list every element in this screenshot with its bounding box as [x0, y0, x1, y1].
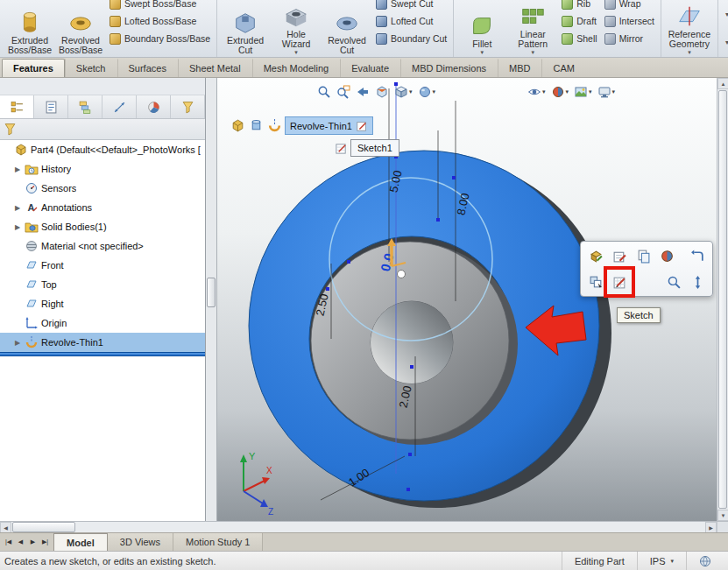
expand-arrow-icon[interactable]: ▶ — [13, 223, 22, 231]
hide-show-items-button[interactable]: ▾ — [526, 81, 548, 102]
first-tab-arrow[interactable]: |◀ — [3, 536, 14, 549]
tab-sheet-metal[interactable]: Sheet Metal — [178, 59, 252, 77]
tree-item-origin[interactable]: Origin — [0, 313, 205, 333]
model-hole[interactable] — [371, 301, 453, 384]
lofted-boss-base-button[interactable]: Lofted Boss/Base — [106, 12, 214, 30]
vertical-scrollbar-thumb[interactable] — [718, 90, 727, 509]
tab-sketch[interactable]: Sketch — [65, 59, 117, 77]
tab-surfaces[interactable]: Surfaces — [117, 59, 178, 77]
last-tab-arrow[interactable]: ▶| — [39, 536, 51, 549]
edit-sketch-button[interactable] — [610, 246, 629, 265]
edit-appearance-button[interactable]: ▾ — [549, 81, 571, 102]
display-style-button[interactable]: ▾ — [416, 81, 438, 102]
hole-wizard-button[interactable]: Hole Wizard ▾ — [271, 0, 322, 57]
reference-geometry-button[interactable]: Reference Geometry ▾ — [664, 0, 715, 57]
expand-arrow-icon[interactable]: ▶ — [13, 204, 22, 212]
dropdown-caret-icon[interactable]: ▾ — [532, 49, 535, 55]
tab-model[interactable]: Model — [53, 533, 108, 551]
dimxpert-manager-tab[interactable] — [102, 95, 137, 118]
tab-features[interactable]: Features — [2, 59, 65, 77]
tree-item-revolve-thin1[interactable]: ▶ Revolve-Thin1 — [0, 333, 205, 352]
dropdown-caret-icon[interactable]: ▾ — [409, 88, 413, 95]
sketch-button[interactable] — [610, 272, 629, 292]
filter-tab[interactable] — [171, 95, 205, 118]
select-other-button[interactable] — [586, 272, 605, 292]
dropdown-caret-icon[interactable]: ▾ — [688, 49, 691, 55]
scroll-up-arrow[interactable]: ▲ — [717, 78, 728, 89]
graphics-viewport[interactable]: 5.00 8.00 2.50 2.00 1.00 0.0 — [217, 78, 717, 521]
feature-manager-tab[interactable] — [0, 95, 34, 118]
prev-tab-arrow[interactable]: ◀ — [15, 536, 26, 549]
tab-mesh-modeling[interactable]: Mesh Modeling — [252, 59, 341, 77]
status-quick-tips[interactable] — [686, 552, 724, 570]
next-tab-arrow[interactable]: ▶ — [27, 536, 39, 549]
mirror-button[interactable]: Mirror — [601, 30, 658, 47]
expand-arrow-icon[interactable]: ▶ — [13, 339, 22, 347]
tree-item-sensors[interactable]: Sensors — [0, 179, 205, 198]
scroll-down-arrow[interactable]: ▼ — [717, 510, 728, 521]
extruded-boss-base-button[interactable]: Extruded Boss/Base — [4, 0, 55, 57]
edit-feature-button[interactable] — [586, 246, 605, 265]
vertical-scrollbar[interactable]: ▲ ▼ — [717, 78, 728, 521]
view-settings-button[interactable]: ▾ — [596, 81, 618, 102]
solid-body-icon[interactable] — [248, 117, 265, 134]
dropdown-caret-icon[interactable]: ▾ — [481, 49, 484, 55]
rollback-bar[interactable] — [0, 352, 205, 356]
tab-mbd[interactable]: MBD — [498, 59, 541, 77]
wrap-button[interactable]: Wrap — [601, 0, 658, 12]
swept-cut-button[interactable]: Swept Cut — [372, 0, 450, 12]
revolve-feature-icon[interactable] — [266, 117, 283, 134]
tree-item-material[interactable]: Material <not specified> — [0, 236, 205, 256]
apply-scene-button[interactable]: ▾ — [572, 81, 594, 102]
display-manager-tab[interactable] — [137, 95, 171, 118]
drag-handle[interactable] — [398, 271, 406, 278]
horizontal-scrollbar[interactable]: ◀ ▶ — [0, 521, 728, 532]
view-orientation-button[interactable]: ▾ — [392, 81, 414, 102]
revolved-boss-base-button[interactable]: Revolved Boss/Base — [55, 0, 106, 57]
horizontal-scrollbar-track[interactable] — [76, 522, 705, 532]
tree-item-right-plane[interactable]: Right — [0, 294, 205, 313]
lofted-cut-button[interactable]: Lofted Cut — [372, 12, 450, 30]
normal-to-button[interactable] — [688, 272, 707, 292]
zoom-fit-button[interactable] — [315, 81, 333, 102]
tab-3d-views[interactable]: 3D Views — [108, 533, 173, 551]
tree-item-history[interactable]: ▶ History — [0, 159, 205, 179]
rib-button[interactable]: Rib — [558, 0, 600, 12]
tree-item-top-plane[interactable]: Top — [0, 275, 205, 294]
dropdown-caret-icon[interactable]: ▾ — [612, 88, 616, 95]
configuration-manager-tab[interactable] — [68, 95, 102, 118]
expand-arrow-icon[interactable]: ▶ — [13, 165, 22, 173]
dropdown-caret-icon[interactable]: ▾ — [566, 88, 569, 95]
fillet-button[interactable]: Fillet ▾ — [456, 0, 507, 57]
intersect-button[interactable]: Intersect — [601, 12, 658, 30]
horizontal-scrollbar-thumb[interactable] — [12, 522, 75, 532]
breadcrumb-sketch-chip[interactable]: Sketch1 — [350, 139, 399, 157]
tab-mbd-dimensions[interactable]: MBD Dimensions — [400, 59, 498, 77]
swept-boss-base-button[interactable]: Swept Boss/Base — [106, 0, 214, 12]
draft-button[interactable]: Draft — [558, 12, 600, 30]
boundary-boss-base-button[interactable]: Boundary Boss/Base — [106, 30, 214, 47]
tree-filter-bar[interactable] — [0, 119, 205, 140]
previous-view-button[interactable] — [354, 81, 371, 102]
tree-item-annotations[interactable]: ▶ A Annotations — [0, 198, 205, 217]
zoom-to-selection-button[interactable] — [664, 272, 683, 292]
dropdown-caret-icon[interactable]: ▾ — [589, 88, 592, 95]
tab-motion-study-1[interactable]: Motion Study 1 — [173, 533, 263, 551]
shell-button[interactable]: Shell — [558, 30, 600, 47]
dropdown-caret-icon[interactable]: ▾ — [542, 88, 546, 95]
zoom-area-button[interactable] — [335, 81, 352, 102]
appearance-button[interactable] — [657, 246, 676, 265]
copy-button[interactable] — [633, 246, 653, 265]
linear-pattern-button[interactable]: Linear Pattern ▾ — [507, 0, 558, 57]
status-units[interactable]: IPS ▾ — [637, 552, 686, 570]
boundary-cut-button[interactable]: Boundary Cut — [372, 30, 450, 47]
revolved-cut-button[interactable]: Revolved Cut — [322, 0, 372, 57]
dropdown-caret-icon[interactable]: ▾ — [294, 49, 298, 55]
property-manager-tab[interactable] — [34, 95, 68, 118]
panel-scrollbar[interactable] — [206, 78, 217, 521]
part-icon[interactable] — [230, 117, 246, 134]
panel-scrollbar-thumb[interactable] — [207, 278, 216, 307]
dropdown-caret-icon[interactable]: ▾ — [670, 558, 674, 565]
dropdown-caret-icon[interactable]: ▾ — [433, 88, 436, 95]
tree-item-part[interactable]: Part4 (Default<<Default>_PhotoWorks [ — [0, 140, 205, 159]
